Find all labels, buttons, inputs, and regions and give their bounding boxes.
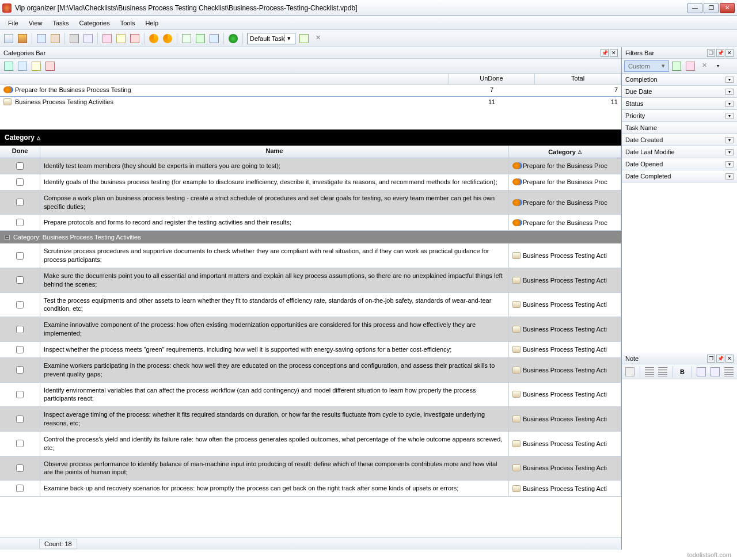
th-name[interactable]: Name [40, 146, 509, 158]
open-icon[interactable] [16, 32, 29, 45]
task-row[interactable]: Inspect average timing of the process: w… [0, 407, 621, 432]
indent-icon[interactable] [709, 365, 721, 378]
done-checkbox[interactable] [16, 464, 24, 472]
edit-icon[interactable] [115, 32, 127, 45]
done-checkbox[interactable] [16, 178, 24, 186]
print-icon[interactable] [68, 32, 81, 45]
delete-category-icon[interactable] [44, 60, 56, 73]
col-total[interactable]: Total [535, 74, 621, 84]
category-row[interactable]: Prepare for the Business Process Testing… [0, 85, 621, 97]
done-checkbox[interactable] [16, 162, 24, 170]
restore-icon[interactable]: ❐ [707, 49, 715, 57]
copy-icon[interactable] [35, 32, 48, 45]
chevron-down-icon[interactable]: ▾ [725, 161, 734, 167]
chevron-down-icon[interactable]: ▾ [284, 35, 292, 42]
subgroup-header[interactable]: −Category: Business Process Testing Acti… [0, 231, 621, 243]
filter-item[interactable]: Date Last Modifie▾ [622, 146, 737, 158]
more-icon[interactable]: ▾ [712, 60, 724, 73]
task-row[interactable]: Observe process performance to identify … [0, 456, 621, 481]
chevron-down-icon[interactable]: ▾ [725, 173, 734, 180]
edit-category-icon[interactable] [30, 60, 43, 73]
restore-icon[interactable]: ❐ [707, 355, 715, 363]
chevron-down-icon[interactable]: ▾ [725, 101, 734, 107]
done-checkbox[interactable] [16, 366, 24, 374]
filter-item[interactable]: Priority▾ [622, 110, 737, 122]
task-row[interactable]: Examine back-up and recovery scenarios f… [0, 481, 621, 497]
done-checkbox[interactable] [16, 485, 24, 492]
undo-icon[interactable] [147, 32, 160, 45]
chevron-down-icon[interactable]: ▾ [662, 62, 665, 70]
apply-filter-icon[interactable] [670, 60, 683, 73]
maximize-button[interactable]: ❐ [704, 3, 719, 13]
task-row[interactable]: Make sure the documents point you to all… [0, 268, 621, 293]
list-icon[interactable] [723, 365, 735, 378]
filter-item[interactable]: Date Opened▾ [622, 158, 737, 170]
done-checkbox[interactable] [16, 326, 24, 333]
th-done[interactable]: Done [0, 146, 40, 158]
done-checkbox[interactable] [16, 219, 24, 226]
task-row[interactable]: Compose a work plan on business process … [0, 191, 621, 215]
add-category-icon[interactable] [2, 60, 15, 73]
close-panel-icon[interactable]: ✕ [725, 355, 734, 363]
filter-item[interactable]: Date Completed▾ [622, 170, 737, 182]
close-button[interactable]: ✕ [720, 3, 735, 13]
col-undone[interactable]: UnDone [449, 74, 535, 84]
new-icon[interactable] [2, 32, 15, 45]
task-row[interactable]: Examine workers participating in the pro… [0, 358, 621, 383]
refresh-icon[interactable] [298, 32, 310, 45]
menu-file[interactable]: File [3, 18, 23, 28]
mail-icon[interactable] [180, 32, 193, 45]
menu-categories[interactable]: Categories [75, 18, 115, 28]
done-checkbox[interactable] [16, 199, 24, 206]
menu-tasks[interactable]: Tasks [48, 18, 73, 28]
footer-link[interactable]: todolistsoft.com [687, 551, 731, 558]
done-checkbox[interactable] [16, 301, 24, 308]
col-name[interactable] [0, 74, 449, 84]
align-center-icon[interactable] [657, 365, 669, 378]
menu-help[interactable]: Help [140, 18, 163, 28]
clear-filter-icon[interactable] [684, 60, 697, 73]
menu-tools[interactable]: Tools [116, 18, 140, 28]
done-checkbox[interactable] [16, 252, 24, 260]
outdent-icon[interactable] [696, 365, 708, 378]
chevron-down-icon[interactable]: ▾ [725, 113, 734, 119]
group-header[interactable]: Category △ [0, 129, 621, 146]
task-combo[interactable]: Default Task▾ [247, 33, 295, 44]
chevron-down-icon[interactable]: ▾ [725, 149, 734, 155]
filter-item[interactable]: Date Created▾ [622, 134, 737, 146]
note-body[interactable] [622, 379, 737, 550]
pin-icon[interactable]: 📌 [716, 49, 724, 57]
next-icon[interactable] [208, 32, 221, 45]
bold-icon[interactable]: B [677, 365, 689, 378]
done-checkbox[interactable] [16, 346, 24, 353]
filter-item[interactable]: Task Name [622, 122, 737, 134]
chevron-down-icon[interactable]: ▾ [725, 137, 734, 143]
done-checkbox[interactable] [16, 416, 24, 423]
attach-icon[interactable] [624, 365, 636, 378]
task-row[interactable]: Prepare protocols and forms to record an… [0, 215, 621, 231]
task-row[interactable]: Identify test team members (they should … [0, 158, 621, 174]
menu-view[interactable]: View [24, 18, 47, 28]
redo-icon[interactable] [161, 32, 174, 45]
pin-icon[interactable]: 📌 [716, 355, 724, 363]
task-row[interactable]: Identify goals of the business process t… [0, 174, 621, 191]
task-row[interactable]: Examine innovative component of the proc… [0, 317, 621, 342]
task-row[interactable]: Test the process equipments and other as… [0, 293, 621, 318]
pin-icon[interactable]: 📌 [601, 49, 609, 57]
done-checkbox[interactable] [16, 276, 24, 284]
filter-item[interactable]: Status▾ [622, 98, 737, 110]
done-checkbox[interactable] [16, 440, 24, 447]
close-panel-icon[interactable]: ✕ [725, 49, 734, 57]
chevron-down-icon[interactable]: ▾ [725, 77, 734, 83]
done-checkbox[interactable] [16, 391, 24, 398]
remove-icon[interactable]: ✕ [311, 32, 324, 45]
run-icon[interactable] [227, 32, 240, 45]
task-row[interactable]: Identify environmental variables that ca… [0, 383, 621, 407]
check-icon[interactable] [194, 32, 207, 45]
paste-icon[interactable] [49, 32, 62, 45]
remove-filter-icon[interactable]: ✕ [698, 60, 711, 73]
add-sub-icon[interactable] [16, 60, 29, 73]
close-panel-icon[interactable]: ✕ [610, 49, 618, 57]
align-left-icon[interactable] [644, 365, 656, 378]
minimize-button[interactable]: — [687, 3, 702, 13]
